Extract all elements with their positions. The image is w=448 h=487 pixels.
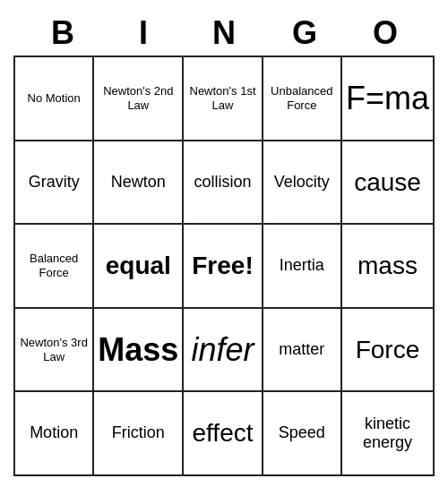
cell-17: infer xyxy=(184,309,263,393)
cell-20: Motion xyxy=(15,392,94,476)
bingo-grid: No MotionNewton's 2nd LawNewton's 1st La… xyxy=(13,56,435,476)
cell-5: Gravity xyxy=(15,141,94,226)
header-letter-N: N xyxy=(188,14,260,52)
cell-19: Force xyxy=(342,309,435,393)
cell-21: Friction xyxy=(94,392,184,476)
cell-3: Unbalanced Force xyxy=(263,57,342,141)
header-letter-O: O xyxy=(349,14,421,52)
cell-24: kinetic energy xyxy=(342,392,435,476)
cell-9: cause xyxy=(342,141,435,226)
cell-16: Mass xyxy=(94,309,184,393)
cell-2: Newton's 1st Law xyxy=(184,57,263,141)
cell-1: Newton's 2nd Law xyxy=(94,57,184,141)
header-letter-B: B xyxy=(27,14,99,52)
cell-7: collision xyxy=(184,141,263,226)
bingo-header: BINGO xyxy=(13,11,435,56)
cell-12: Free! xyxy=(184,225,263,309)
header-letter-I: I xyxy=(108,14,179,52)
cell-14: mass xyxy=(342,225,435,309)
cell-4: F=ma xyxy=(342,57,435,141)
cell-13: Inertia xyxy=(263,225,342,309)
cell-6: Newton xyxy=(94,141,184,226)
cell-11: equal xyxy=(94,225,184,309)
header-letter-G: G xyxy=(269,14,340,52)
cell-23: Speed xyxy=(263,392,342,476)
cell-0: No Motion xyxy=(15,57,94,141)
cell-8: Velocity xyxy=(263,141,342,226)
cell-22: effect xyxy=(184,392,263,476)
cell-18: matter xyxy=(263,309,342,393)
bingo-card: BINGO No MotionNewton's 2nd LawNewton's … xyxy=(13,11,435,476)
cell-10: Balanced Force xyxy=(15,225,94,309)
cell-15: Newton's 3rd Law xyxy=(15,309,94,393)
